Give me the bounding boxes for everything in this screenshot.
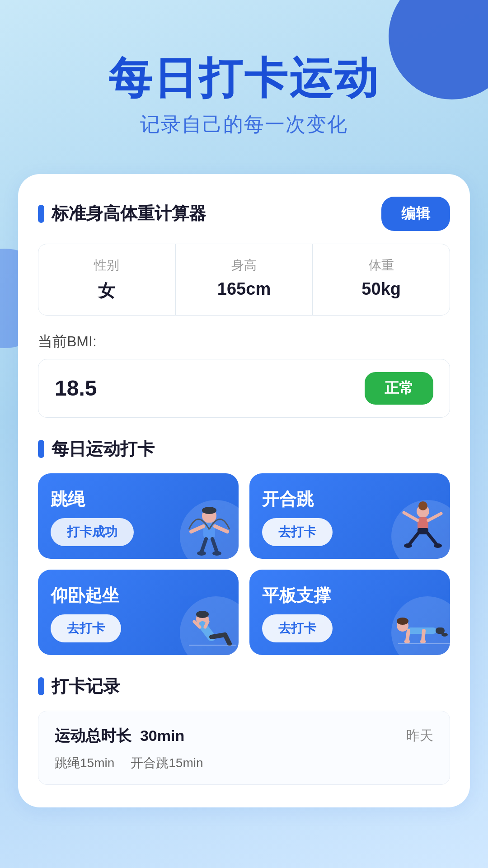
record-total-label: 运动总时长 30min	[55, 726, 184, 746]
bmi-title-wrap: 标准身高体重计算器	[38, 202, 206, 225]
exercise-btn-jump-rope[interactable]: 打卡成功	[51, 518, 134, 546]
bmi-section-header: 标准身高体重计算器 编辑	[38, 197, 450, 231]
bmi-section-dot	[38, 205, 44, 223]
exercise-grid: 跳绳 打卡成功	[38, 473, 450, 655]
record-total-value: 30min	[140, 727, 184, 744]
exercise-btn-jumping-jack[interactable]: 去打卡	[262, 518, 333, 546]
stat-cell-height: 身高 165cm	[176, 244, 313, 315]
sub-title: 记录自己的每一次变化	[27, 111, 461, 138]
edit-button[interactable]: 编辑	[381, 197, 450, 231]
exercise-section-dot	[38, 440, 44, 458]
svg-point-32	[397, 618, 408, 625]
exercise-card-sit-up[interactable]: 仰卧起坐 去打卡	[38, 570, 239, 655]
record-details: 跳绳15min 开合跳15min	[55, 755, 433, 772]
stat-label-height: 身高	[185, 257, 304, 274]
stats-row: 性别 女 身高 165cm 体重 50kg	[38, 244, 450, 316]
svg-point-18	[404, 543, 412, 548]
svg-line-36	[423, 631, 424, 641]
records-title-wrap: 打卡记录	[38, 675, 120, 698]
exercise-card-jump-rope[interactable]: 跳绳 打卡成功	[38, 473, 239, 559]
bmi-value: 18.5	[55, 376, 97, 401]
stat-cell-weight: 体重 50kg	[313, 244, 450, 315]
svg-rect-33	[407, 627, 436, 634]
svg-point-35	[404, 640, 410, 643]
exercise-card-plank[interactable]: 平板支撑 去打卡	[249, 570, 450, 655]
stat-label-weight: 体重	[322, 257, 441, 274]
header-section: 每日打卡运动 记录自己的每一次变化	[0, 0, 488, 165]
svg-rect-20	[418, 528, 428, 534]
svg-point-8	[197, 551, 206, 556]
svg-point-37	[420, 640, 426, 643]
record-date: 昨天	[406, 726, 433, 745]
exercise-title-wrap: 每日运动打卡	[38, 438, 155, 461]
records-section-title: 打卡记录	[52, 675, 120, 698]
svg-rect-38	[436, 627, 445, 634]
stat-label-gender: 性别	[47, 257, 166, 274]
stat-value-weight: 50kg	[322, 279, 441, 299]
exercise-section-title: 每日运动打卡	[52, 438, 155, 461]
svg-point-9	[212, 551, 221, 556]
records-section-dot	[38, 677, 44, 695]
record-header: 运动总时长 30min 昨天	[55, 726, 433, 746]
stat-cell-gender: 性别 女	[38, 244, 176, 315]
svg-point-23	[196, 611, 209, 618]
bmi-status-badge: 正常	[365, 372, 433, 405]
main-card: 标准身高体重计算器 编辑 性别 女 身高 165cm 体重 50kg 当前BMI…	[18, 174, 470, 807]
exercise-btn-sit-up[interactable]: 去打卡	[51, 614, 121, 642]
bmi-section-title: 标准身高体重计算器	[52, 202, 206, 225]
exercise-btn-plank[interactable]: 去打卡	[262, 614, 333, 642]
exercise-card-jumping-jack[interactable]: 开合跳 去打卡	[249, 473, 450, 559]
record-card: 运动总时长 30min 昨天 跳绳15min 开合跳15min	[38, 711, 450, 785]
svg-point-39	[441, 633, 448, 637]
svg-point-19	[434, 543, 442, 548]
stat-value-gender: 女	[47, 279, 166, 302]
bmi-label: 当前BMI:	[38, 332, 450, 352]
record-detail-jumping-jack: 开合跳15min	[131, 755, 203, 772]
record-detail-jump-rope: 跳绳15min	[55, 755, 114, 772]
exercise-section-header: 每日运动打卡	[38, 438, 450, 461]
bmi-box: 18.5 正常	[38, 359, 450, 418]
exercise-title-jump-rope: 跳绳	[51, 488, 226, 511]
records-section-header: 打卡记录	[38, 675, 450, 698]
exercise-title-jumping-jack: 开合跳	[262, 488, 437, 511]
svg-line-34	[407, 631, 408, 641]
svg-rect-3	[203, 523, 215, 539]
exercise-title-plank: 平板支撑	[262, 584, 437, 607]
main-title: 每日打卡运动	[27, 54, 461, 102]
exercise-title-sit-up: 仰卧起坐	[51, 584, 226, 607]
stat-value-height: 165cm	[185, 279, 304, 299]
